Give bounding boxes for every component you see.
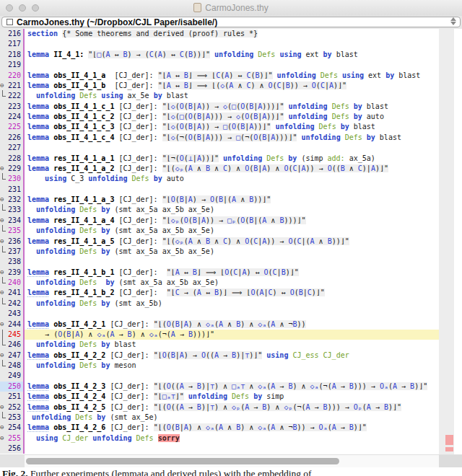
line-number: 245 bbox=[8, 330, 23, 340]
fold-collapse-icon[interactable] bbox=[0, 319, 6, 330]
fold-collapse-icon[interactable] bbox=[0, 433, 6, 444]
code-line[interactable]: 242 unfolding Defs by (smt ax_5b) bbox=[0, 299, 439, 309]
line-number: 220 bbox=[8, 71, 23, 81]
gutter-cell: 239 bbox=[0, 268, 25, 278]
line-number: 216 bbox=[8, 29, 23, 39]
error-overview-column[interactable] bbox=[439, 29, 454, 454]
fold-guide bbox=[0, 143, 6, 153]
fold-guide bbox=[0, 154, 6, 164]
code-line[interactable]: 225lemma obs_II_4_1_c_3 [CJ_der]: "⌊◇(O(… bbox=[0, 122, 439, 132]
code-line[interactable]: 236lemma res_II_4_1_a_5 [CJ_der]: "⌊(◇ₚ(… bbox=[0, 237, 439, 247]
code-line[interactable]: 220lemma obs_II_4_1_a [CJ_der]: "⌊A ↔ B⌋… bbox=[0, 71, 439, 81]
code-text: lemma res_II_4_1_a_5 [CJ_der]: "⌊(◇ₚ(A ∧… bbox=[25, 237, 349, 247]
code-line[interactable]: 247lemma obs_II_4_2_2 [CJ_der]: "⌊O(B|A)… bbox=[0, 351, 439, 361]
fold-collapse-icon[interactable] bbox=[0, 164, 6, 174]
code-line[interactable]: 223lemma obs_II_4_1_c_1 [CJ_der]: "⌊◇(O(… bbox=[0, 102, 439, 112]
code-line[interactable]: 234lemma res_II_4_1_a_4 [CJ_der]: "⌊◇ₚ(O… bbox=[0, 216, 439, 226]
code-text: using CJ_der unfolding Defs sorry bbox=[25, 433, 180, 444]
fold-collapse-icon[interactable] bbox=[0, 237, 6, 247]
gutter-cell: 238 bbox=[0, 257, 25, 267]
code-line[interactable]: 239lemma res_II_4_1_b_1 [CJ_der]: "⌊A ↔ … bbox=[0, 268, 439, 278]
code-line[interactable]: 227 bbox=[0, 143, 439, 153]
code-line[interactable]: 250lemma obs_II_4_2_3 [CJ_der]: "⌊(O((A … bbox=[0, 382, 439, 392]
text-area[interactable]: 216section {* Some theorems and derived … bbox=[0, 29, 439, 454]
code-line[interactable]: 233 unfolding Defs by (smt ax_5a ax_5b a… bbox=[0, 205, 439, 215]
code-line[interactable]: 243 bbox=[0, 309, 439, 319]
code-line[interactable]: 216section {* Some theorems and derived … bbox=[0, 29, 439, 39]
code-line[interactable]: 255 using CJ_der unfolding Defs sorry bbox=[0, 433, 439, 444]
gutter-cell: 243 bbox=[0, 309, 25, 319]
gutter-cell: 229 bbox=[0, 164, 25, 174]
gutter-cell: 256 bbox=[0, 444, 25, 454]
line-number: 233 bbox=[8, 205, 23, 215]
fold-guide bbox=[0, 299, 6, 309]
fold-collapse-icon[interactable] bbox=[0, 402, 6, 413]
code-line[interactable]: 252lemma obs_II_4_2_5 [CJ_der]: "⌊(O((A … bbox=[0, 402, 439, 413]
code-text: lemma obs_II_4_2_2 [CJ_der]: "⌊O(B|A) → … bbox=[25, 351, 349, 361]
error-mark[interactable] bbox=[445, 447, 453, 451]
horizontal-scrollbar[interactable] bbox=[0, 454, 462, 467]
code-line[interactable]: 254lemma obs_II_4_2_6 [CJ_der]: "⌊(O(B|A… bbox=[0, 423, 439, 433]
code-text bbox=[25, 257, 27, 267]
code-line[interactable]: 241lemma res_II_4_1_b_2 [CJ_der]: "⌊C → … bbox=[0, 288, 439, 298]
line-number: 232 bbox=[8, 195, 23, 205]
code-line[interactable]: 248 unfolding Defs by meson bbox=[0, 361, 439, 371]
fold-collapse-icon[interactable] bbox=[0, 351, 6, 361]
code-text: lemma obs_II_4_2_3 [CJ_der]: "⌊(O((A → B… bbox=[25, 382, 427, 392]
code-line[interactable]: 217 bbox=[0, 39, 439, 49]
code-line[interactable]: 230 using C_3 unfolding Defs by auto bbox=[0, 174, 439, 184]
code-line[interactable]: 245 → (O(B|A) ∧ ◇ₐ(A → B) ∧ ◇ₐ(¬(A → B))… bbox=[0, 330, 439, 340]
line-number: 227 bbox=[8, 143, 23, 153]
line-number: 229 bbox=[8, 164, 23, 174]
gutter-cell: 232 bbox=[0, 195, 25, 205]
buffer-label: CarmoJones.thy (~/Dropbox/CJL Paper/isab… bbox=[17, 17, 217, 27]
line-number: 255 bbox=[8, 433, 23, 444]
horizontal-scrollbar-thumb[interactable] bbox=[26, 458, 339, 464]
fold-guide bbox=[0, 205, 6, 215]
code-line[interactable]: 249 bbox=[0, 371, 439, 381]
code-line[interactable]: 238 bbox=[0, 257, 439, 267]
code-line[interactable]: 251lemma obs_II_4_2_4 [CJ_der]: "⌊□ₐ⊤⌋" … bbox=[0, 392, 439, 402]
code-line[interactable]: 237 unfolding Defs by (smt ax_5a ax_5b a… bbox=[0, 247, 439, 257]
fold-guide bbox=[0, 39, 6, 49]
code-line[interactable]: 256 bbox=[0, 444, 439, 454]
fold-guide bbox=[0, 112, 6, 122]
fold-guide bbox=[0, 361, 6, 371]
code-line[interactable]: 229lemma res_II_4_1_a_2 [CJ_der]: "⌊(◇ₚ(… bbox=[0, 164, 439, 174]
code-line[interactable]: 228lemma res_II_4_1_a_1 [CJ_der]: "⌊¬(O(… bbox=[0, 154, 439, 164]
code-text: lemma res_II_4_1_b_2 [CJ_der]: "⌊C → (A … bbox=[25, 288, 325, 298]
line-number: 226 bbox=[8, 133, 23, 143]
line-number: 231 bbox=[8, 185, 23, 195]
gutter-cell: 235 bbox=[0, 226, 25, 236]
buffer-dropdown-chevron-icon[interactable] bbox=[450, 17, 456, 25]
code-text: lemma res_II_4_1_a_4 [CJ_der]: "⌊◇ₚ(O(B|… bbox=[25, 216, 306, 226]
code-line[interactable]: 221lemma obs_II_4_1_b [CJ_der]: "⌊A ↔ B⌋… bbox=[0, 81, 439, 91]
code-line[interactable]: 232lemma res_II_4_1_a_3 [CJ_der]: "⌊O(B|… bbox=[0, 195, 439, 205]
code-text: lemma obs_II_4_1_c_3 [CJ_der]: "⌊◇(O(B|A… bbox=[25, 122, 375, 132]
code-text bbox=[25, 185, 27, 195]
buffer-icon bbox=[6, 19, 13, 25]
fold-collapse-icon[interactable] bbox=[0, 423, 6, 433]
line-number: 239 bbox=[8, 268, 23, 278]
fold-collapse-icon[interactable] bbox=[0, 216, 6, 226]
fold-collapse-icon[interactable] bbox=[0, 195, 6, 205]
error-mark[interactable] bbox=[445, 435, 453, 445]
gutter-cell: 224 bbox=[0, 112, 25, 122]
code-line[interactable]: 226lemma obs_II_4_1_c_4 [CJ_der]: "⌊◇(¬(… bbox=[0, 133, 439, 143]
code-line[interactable]: 219 bbox=[0, 60, 439, 70]
buffer-selector[interactable]: CarmoJones.thy (~/Dropbox/CJL Paper/isab… bbox=[1, 17, 461, 27]
code-line[interactable]: 231 bbox=[0, 185, 439, 195]
code-line[interactable]: 222 unfolding Defs using ax_5e by blast bbox=[0, 91, 439, 101]
fold-guide bbox=[0, 371, 6, 381]
code-line[interactable]: 246 unfolding Defs by blast bbox=[0, 340, 439, 350]
code-line[interactable]: 224lemma obs_II_4_1_c_2 [CJ_der]: "⌊◇(□(… bbox=[0, 112, 439, 122]
code-line[interactable]: 235 unfolding Defs by (smt ax_5a ax_5b a… bbox=[0, 226, 439, 236]
code-line[interactable]: 253 unfolding Defs by (smt ax_5e) bbox=[0, 413, 439, 423]
code-text: unfolding Defs by (smt ax_5e) bbox=[25, 413, 158, 423]
fold-collapse-icon[interactable] bbox=[0, 288, 6, 298]
code-line[interactable]: 240 unfolding Defs by (smt ax_5a ax_5b a… bbox=[0, 278, 439, 288]
fold-collapse-icon[interactable] bbox=[0, 268, 6, 278]
fold-collapse-icon[interactable] bbox=[0, 81, 6, 91]
code-line[interactable]: 244lemma obs_II_4_2_1 [CJ_der]: "⌊(O(B|A… bbox=[0, 319, 439, 330]
code-line[interactable]: 218lemma II_4_1: "⌊□(A ↔ B) → (C(A) ↔ C(… bbox=[0, 50, 439, 60]
